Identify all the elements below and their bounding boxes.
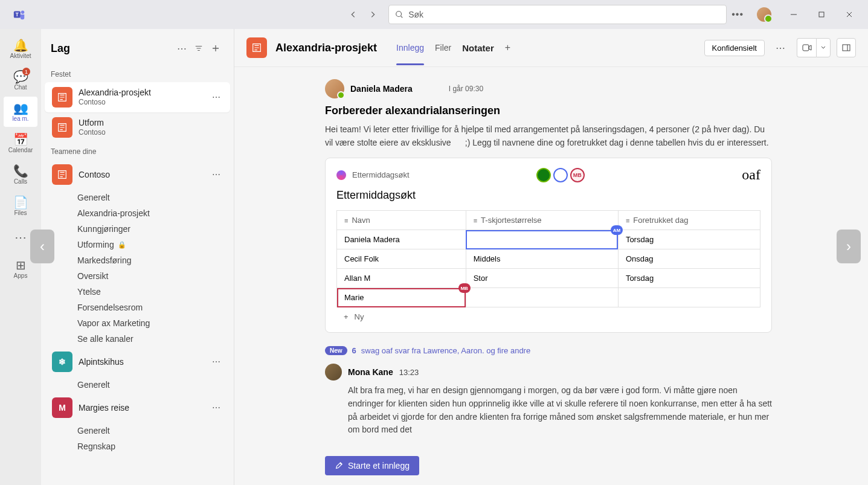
cell-active-red[interactable]: MarieMB <box>337 288 466 307</box>
people-icon: 👥 <box>13 102 28 114</box>
panel-icon <box>842 44 850 51</box>
rail-label: Aktivitet <box>10 53 31 59</box>
team-name: Contoso <box>79 169 204 180</box>
rail-activity[interactable]: 🔔Aktivitet <box>4 34 37 64</box>
cell[interactable]: Daniela Madera <box>337 230 466 249</box>
channel-item[interactable]: Oversikt <box>41 268 234 284</box>
add-tab-button[interactable]: + <box>505 42 510 53</box>
cell[interactable]: Torsdag <box>618 269 760 288</box>
search-placeholder: Søk <box>408 10 423 19</box>
sidebar-filter-button[interactable] <box>190 40 207 57</box>
cell[interactable] <box>466 288 618 307</box>
pinned-item-utform[interactable]: UtformContoso <box>45 112 230 143</box>
rail-teams[interactable]: 👥lea m. <box>4 97 37 127</box>
titlebar-more-button[interactable]: ••• <box>727 9 748 20</box>
team-more-button[interactable]: ⋯ <box>210 170 223 179</box>
channel-item[interactable]: Regnskap <box>41 438 234 454</box>
svg-rect-4 <box>819 12 824 17</box>
col-header: ≡Foretrukket dag <box>618 211 760 230</box>
more-icon: ⋯ <box>14 231 27 243</box>
rail-files[interactable]: 📄Files <box>4 191 37 221</box>
team-margies[interactable]: M Margies reise ⋯ <box>45 393 230 423</box>
reply-count: 6 <box>352 346 356 355</box>
reply-author: Mona Kane <box>348 367 393 377</box>
presence-avatar[interactable]: MB <box>570 168 585 182</box>
sidebar-title: Lag <box>51 42 173 55</box>
rail-chat[interactable]: 💬Chat1 <box>4 65 37 95</box>
channel-item[interactable]: Generelt <box>41 423 234 438</box>
tab-notes[interactable]: Notater <box>462 40 494 56</box>
channel-item[interactable]: Vapor ax Marketing <box>41 315 234 331</box>
team-more-button[interactable]: ⋯ <box>210 357 223 367</box>
minimize-button[interactable] <box>780 5 808 24</box>
loop-icon <box>336 170 346 180</box>
channel-item[interactable]: Markedsføring <box>41 252 234 268</box>
team-name: Margies reise <box>79 402 204 413</box>
cell[interactable]: Allan M <box>337 269 466 288</box>
tab-files[interactable]: Filer <box>435 40 451 55</box>
sensitivity-button[interactable]: Konfidensielt <box>704 40 765 56</box>
cell[interactable] <box>618 288 760 307</box>
reply-avatar[interactable] <box>325 364 342 381</box>
cell[interactable]: Torsdag <box>618 230 760 249</box>
cell[interactable]: Onsdag <box>618 249 760 269</box>
team-avatar: M <box>52 397 72 418</box>
pinned-item-alexandria[interactable]: Alexandria-prosjektContoso ⋯ <box>45 82 230 112</box>
channel-item[interactable]: Utforming🔒 <box>41 237 234 252</box>
loop-table[interactable]: ≡Navn ≡T-skjortestørrelse ≡Foretrukket d… <box>336 210 760 307</box>
channel-name: Utform <box>79 117 223 128</box>
section-your-teams: Teamene dine <box>41 143 234 159</box>
user-avatar[interactable] <box>756 6 773 23</box>
post-title: Forbereder alexandrialanseringen <box>325 104 772 117</box>
nav-forward-button[interactable] <box>364 6 381 23</box>
team-name: Alpintskihus <box>79 356 204 367</box>
main-header: Alexandria-prosjekt Innlegg Filer Notate… <box>234 29 868 67</box>
channel-item[interactable]: Forsendelsesrom <box>41 300 234 315</box>
channel-item[interactable]: Ytelse <box>41 284 234 300</box>
carousel-next-button[interactable]: › <box>837 230 861 263</box>
channel-more-button[interactable]: ⋯ <box>210 92 223 102</box>
cell[interactable]: Cecil Folk <box>337 249 466 269</box>
presence-avatar[interactable] <box>553 168 568 182</box>
meet-dropdown-button[interactable] <box>816 38 831 57</box>
replies-summary[interactable]: New 6 swag oaf svar fra Lawrence, Aaron.… <box>325 346 772 355</box>
channel-item[interactable]: Generelt <box>41 377 234 393</box>
team-more-button[interactable]: ⋯ <box>210 403 223 413</box>
sidebar-add-button[interactable] <box>207 40 224 57</box>
rail-label: Apps <box>14 272 28 279</box>
cell[interactable]: Middels <box>466 249 618 269</box>
channel-see-all[interactable]: Se alle kanaler <box>41 331 234 347</box>
cell[interactable]: Stor <box>466 269 618 288</box>
sidebar-more-button[interactable]: ⋯ <box>173 40 190 57</box>
rail-calls[interactable]: 📞Calls <box>4 159 37 190</box>
panel-toggle-button[interactable] <box>837 38 856 57</box>
header-more-button[interactable]: ⋯ <box>771 42 791 54</box>
add-row-button[interactable]: +Ny <box>336 307 760 326</box>
team-contoso[interactable]: Contoso ⋯ <box>45 159 230 190</box>
text-column-icon: ≡ <box>474 217 477 224</box>
tab-posts[interactable]: Innlegg <box>396 40 424 55</box>
loop-right-text: oaf <box>742 167 760 183</box>
author-avatar[interactable] <box>325 79 344 98</box>
channel-item[interactable]: Alexandria-prosjekt <box>41 205 234 221</box>
meet-button[interactable] <box>797 38 816 57</box>
channel-item[interactable]: Generelt <box>41 190 234 205</box>
cell-active-blue[interactable]: AM <box>466 230 618 249</box>
channel-item[interactable]: Kunngjøringer <box>41 221 234 237</box>
carousel-prev-button[interactable]: ‹ <box>30 230 54 263</box>
teams-app-icon: T <box>11 6 28 23</box>
titlebar: T Søk ••• <box>0 0 868 29</box>
nav-back-button[interactable] <box>345 6 362 23</box>
video-icon <box>802 44 812 51</box>
reply-post: Mona Kane 13:23 Alt bra fra meg, vi har … <box>325 364 772 437</box>
bell-icon: 🔔 <box>13 39 28 51</box>
maximize-button[interactable] <box>808 5 835 24</box>
search-input[interactable]: Søk <box>388 5 727 24</box>
close-button[interactable] <box>835 5 863 24</box>
loop-component[interactable]: Ettermiddagsøkt MB oaf Ettermiddagsøkt ≡… <box>325 158 772 333</box>
rail-calendar[interactable]: 📅Calendar <box>4 128 37 158</box>
presence-avatar[interactable] <box>536 168 551 182</box>
new-post-button[interactable]: Starte et innlegg <box>325 456 419 475</box>
team-alpintskihus[interactable]: ❄ Alpintskihus ⋯ <box>45 347 230 377</box>
col-header: ≡T-skjortestørrelse <box>466 211 618 230</box>
